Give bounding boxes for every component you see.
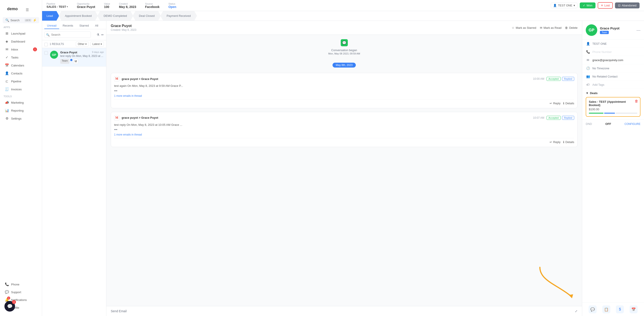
details-button-2[interactable]: ℹ Details	[563, 140, 574, 144]
filter-label: Other	[78, 42, 84, 46]
sidebar-item-phone[interactable]: 📞 Phone	[1, 281, 40, 288]
won-button[interactable]: ✓ Won	[580, 2, 596, 8]
sidebar-item-calendars[interactable]: 📅 Calendars	[1, 61, 40, 69]
sidebar-item-marketing[interactable]: 📣 Marketing	[1, 99, 40, 106]
bolt-icon[interactable]: ⚡	[33, 18, 36, 22]
mark-read-label: Mark as Read	[544, 26, 562, 29]
message-thread-2[interactable]: 1 more emails in thread	[114, 133, 574, 136]
contact-minimize-icon[interactable]: —	[636, 28, 640, 32]
sidebar-item-reporting[interactable]: 📊 Reporting	[1, 107, 40, 114]
action-calendar-button[interactable]: 📅	[630, 305, 638, 313]
sidebar-item-contacts[interactable]: 👤 Contacts	[1, 69, 40, 77]
sidebar-item-label: Tasks	[11, 56, 18, 59]
sidebar-item-launchpad[interactable]: ⊞ Launchpad	[1, 30, 40, 37]
related-contact-value: No Related Contact	[592, 75, 618, 78]
sidebar-item-settings[interactable]: ⚙ Settings	[1, 115, 40, 122]
search-bar[interactable]: 🔍 Search ctrl K ⚡	[3, 17, 39, 23]
configure-button[interactable]: CONFIGURE	[624, 122, 640, 126]
stage-lead[interactable]: Lead	[42, 11, 59, 20]
created-value: May 8, 2023	[119, 5, 136, 9]
conversation-item[interactable]: GP Grace Puyot 9 days ago test reply On …	[42, 48, 106, 67]
header-actions: 👤 TEST ONE ▾ ✓ Won ✕ Lost ⊡ Abandoned	[551, 2, 640, 9]
search-wrapper: 🔍	[44, 31, 95, 38]
sort-dropdown[interactable]: Latest ▾	[90, 42, 104, 46]
action-payment-button[interactable]: $	[616, 305, 624, 313]
stage-appointment-label: Appointment Booked	[65, 14, 92, 17]
calendars-icon: 📅	[5, 63, 9, 67]
stage-demo-completed[interactable]: DEMO Completed	[98, 11, 133, 20]
delete-button[interactable]: 🗑 Delete	[565, 26, 578, 29]
delete-label: Delete	[569, 26, 578, 29]
other-filter-dropdown[interactable]: Other ▾	[76, 42, 88, 46]
reply-icon-1: ↩	[550, 102, 552, 105]
stage-deal-closed[interactable]: Deal Closed	[133, 11, 161, 20]
stage-appointment-booked[interactable]: Appointment Booked	[59, 11, 98, 20]
pipeline-dropdown[interactable]: SALES - TEST ▾	[46, 5, 68, 8]
sidebar-item-pipeline[interactable]: ⊏ Pipeline	[1, 77, 40, 85]
info-icon-1: ℹ	[563, 102, 564, 105]
conv-item-checkbox[interactable]	[44, 51, 48, 55]
action-chat-button[interactable]: 💬	[588, 305, 596, 313]
tab-all[interactable]: All	[92, 22, 101, 29]
sort-arrow-icon: ▾	[100, 42, 102, 46]
person-icon: 👤	[586, 42, 590, 45]
dashboard-icon: ◈	[5, 39, 9, 43]
deals-collapse-icon[interactable]: ▼	[586, 91, 588, 95]
action-notes-button[interactable]: 📋	[602, 305, 610, 313]
sidebar-item-tasks[interactable]: ✓ Tasks	[1, 54, 40, 61]
abandoned-button[interactable]: ⊡ Abandoned	[615, 2, 640, 8]
tab-unread[interactable]: Unread	[44, 22, 59, 29]
conversation-search-input[interactable]	[44, 31, 91, 38]
user-selector[interactable]: 👤 TEST ONE ▾	[551, 3, 578, 8]
gmail-icon-1: M	[114, 76, 120, 81]
stage-demo-label: DEMO Completed	[104, 14, 127, 17]
deals-section: ▼ Deals Sales - TEST (Appointment Booked…	[582, 89, 644, 119]
message-card-2: M grace puyot > Grace Puyot 10:07 AM Acc…	[111, 112, 578, 147]
mark-read-button[interactable]: ✉ Mark as Read	[540, 26, 562, 29]
tab-starred[interactable]: Starred	[77, 22, 92, 29]
filter-icon[interactable]: ⚗	[96, 33, 100, 36]
conversation-detail: Grace Puyot Created: May 8, 2023 ☆ Mark …	[106, 21, 582, 316]
created-label: Created	[119, 2, 136, 5]
reply-icon-2: ↩	[550, 140, 552, 144]
conv-began-container: 💬 Conversation began Mon, May 08 2023, 0…	[111, 39, 578, 57]
hamburger-icon[interactable]: ☰	[26, 8, 29, 12]
stage-payment-received[interactable]: Payment Received	[160, 11, 197, 20]
status-value: Open	[168, 5, 176, 9]
source-group: Source Facebook	[145, 2, 160, 9]
deal-title: Sales - TEST (Appointment Booked)	[589, 100, 637, 107]
stage-deal-label: Deal Closed	[139, 14, 155, 17]
sidebar-item-dashboard[interactable]: ◈ Dashboard	[1, 38, 40, 45]
status-label: Status	[168, 2, 176, 5]
lost-button[interactable]: ✕ Lost	[598, 2, 613, 9]
deal-delete-button[interactable]: 🗑	[635, 99, 638, 103]
deals-header: ▼ Deals	[586, 91, 640, 95]
reply-button-1[interactable]: ↩ Reply	[550, 102, 560, 105]
mark-starred-button[interactable]: ☆ Mark as Starred	[512, 26, 536, 29]
value-group: Value 100	[104, 2, 110, 9]
expand-icon[interactable]: ⤢	[575, 309, 578, 313]
source-value: Facebook	[145, 5, 160, 9]
message-thread-1[interactable]: 1 more emails in thread	[114, 94, 574, 97]
chat-bubble-button[interactable]: 💬 3	[4, 301, 15, 312]
sidebar-item-label: Calendars	[11, 64, 24, 67]
edit-icon[interactable]: ✏	[101, 33, 104, 36]
search-shortcut: ctrl K	[24, 19, 32, 22]
envelope-icon: ✉	[540, 26, 542, 29]
lost-x-icon: ✕	[601, 4, 603, 7]
reply-button-2[interactable]: ↩ Reply	[550, 140, 560, 144]
sidebar-item-inbox[interactable]: ✉ Inbox 1	[1, 46, 40, 53]
conv-item-time: 9 days ago	[92, 51, 104, 54]
phone-icon: 📞	[5, 282, 9, 286]
sidebar-item-invoices[interactable]: 🧾 Invoices	[1, 85, 40, 93]
tags-item[interactable]: 🏷 Add Tags	[582, 81, 644, 89]
tab-recents[interactable]: Recents	[60, 22, 76, 29]
details-button-1[interactable]: ℹ Details	[563, 102, 574, 105]
sidebar-item-label: Settings	[11, 117, 22, 120]
progress-segment-3	[616, 113, 637, 114]
top-header: Pipeline SALES - TEST ▾ Opportunity Grac…	[42, 0, 644, 11]
send-email-bar[interactable]: Send Email ⤢	[106, 306, 582, 316]
select-all-checkbox[interactable]	[44, 43, 48, 46]
sidebar-item-label: Pipeline	[11, 80, 21, 83]
sidebar-item-support[interactable]: 💬 Support	[1, 288, 40, 296]
